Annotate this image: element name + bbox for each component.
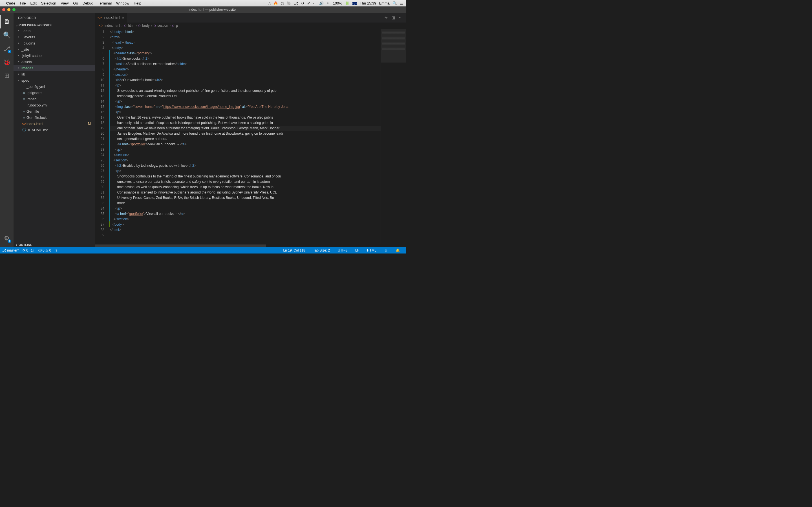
menu-view[interactable]: View bbox=[61, 1, 68, 5]
notifications-icon[interactable]: 🔔 bbox=[396, 248, 400, 252]
tab-index-html[interactable]: <> index.html × bbox=[95, 13, 127, 22]
search-icon[interactable]: 🔍 bbox=[0, 29, 13, 42]
code-line[interactable]: have only sold a handful of copies: such… bbox=[110, 120, 380, 126]
source-control-icon[interactable]: ⎇1 bbox=[0, 42, 13, 55]
code-line[interactable]: <h1>Snowbooks</h1> bbox=[110, 56, 380, 61]
code-line[interactable]: </section> bbox=[110, 152, 380, 158]
menu-window[interactable]: Window bbox=[116, 1, 129, 5]
outline-header[interactable]: › OUTLINE bbox=[13, 242, 95, 247]
clock-label[interactable]: Thu 15:39 bbox=[360, 1, 376, 5]
status-icon[interactable]: 🔥 bbox=[273, 1, 278, 5]
status-icon[interactable]: ⎇ bbox=[294, 1, 298, 5]
status-icon[interactable]: ⎍ bbox=[268, 1, 271, 5]
code-line[interactable]: one of them. And we have been a foundry … bbox=[110, 126, 380, 131]
file-Gemfile-lock[interactable]: ≡Gemfile.lock bbox=[13, 114, 95, 121]
code-line[interactable]: time-saving, as well as quality-enhancin… bbox=[110, 184, 380, 190]
menu-terminal[interactable]: Terminal bbox=[98, 1, 112, 5]
folder-_layouts[interactable]: ›_layouts bbox=[13, 34, 95, 40]
breadcrumb-item[interactable]: section bbox=[157, 24, 168, 27]
line-number-gutter[interactable]: 1234567891011121314151617181920212223242… bbox=[95, 29, 109, 244]
code-line[interactable]: </p> bbox=[110, 147, 380, 152]
code-line[interactable]: <img class="cover--home" src="https://ww… bbox=[110, 104, 380, 110]
file-Gemfile[interactable]: ≡Gemfile bbox=[13, 108, 95, 114]
git-branch-button[interactable]: ⎇ master* bbox=[2, 248, 18, 252]
compare-changes-icon[interactable]: ⇋ bbox=[385, 15, 388, 20]
code-line[interactable]: </section> bbox=[110, 217, 380, 222]
horizontal-scrollbar[interactable] bbox=[95, 244, 406, 247]
code-line[interactable]: <p> bbox=[110, 110, 380, 115]
status-icon[interactable]: ⤢ bbox=[307, 1, 310, 5]
code-line[interactable]: <h2>Enabled by technology, published wit… bbox=[110, 163, 380, 168]
code-line[interactable]: <head></head> bbox=[110, 40, 380, 45]
status-icon[interactable]: ▭ bbox=[313, 1, 316, 5]
code-line[interactable]: <a href="/portfolio/">View all our books… bbox=[110, 142, 380, 147]
cursor-position[interactable]: Ln 19, Col 118 bbox=[283, 248, 305, 252]
status-icon[interactable]: ◎ bbox=[281, 1, 284, 5]
live-share-icon[interactable]: ⇪ bbox=[55, 248, 58, 252]
folder-_data[interactable]: ›_data bbox=[13, 27, 95, 34]
code-line[interactable]: James Brogden, Matthew De Abaitua and mo… bbox=[110, 131, 380, 136]
folder-_site[interactable]: ›_site bbox=[13, 46, 95, 52]
code-line[interactable]: University Press, Canelo, Zed Books, RIB… bbox=[110, 195, 380, 201]
sync-button[interactable]: ⟳ 0↓ 1↑ bbox=[22, 248, 35, 252]
spotlight-icon[interactable]: 🔍 bbox=[393, 1, 397, 5]
menu-selection[interactable]: Selection bbox=[41, 1, 56, 5]
code-line[interactable]: Snowbooks is an award-winning independen… bbox=[110, 88, 380, 94]
code-line[interactable]: <section> bbox=[110, 72, 380, 77]
code-line[interactable]: <!doctype html> bbox=[110, 29, 380, 35]
file--rspec[interactable]: ≡.rspec bbox=[13, 96, 95, 102]
zoom-window-button[interactable] bbox=[12, 8, 15, 11]
code-line[interactable]: <p> bbox=[110, 83, 380, 88]
feedback-icon[interactable]: ☺ bbox=[384, 248, 388, 252]
extensions-icon[interactable]: ⊞ bbox=[0, 69, 13, 82]
wifi-icon[interactable]: ᯤ bbox=[326, 1, 330, 5]
code-line[interactable]: <h2>Our wonderful books</h2> bbox=[110, 77, 380, 83]
debug-icon[interactable]: 🐞 bbox=[0, 55, 13, 69]
more-actions-icon[interactable]: ⋯ bbox=[399, 15, 403, 20]
code-line[interactable]: <header class="primary"> bbox=[110, 51, 380, 56]
code-line[interactable] bbox=[110, 233, 380, 238]
folder-lib[interactable]: ›lib bbox=[13, 71, 95, 77]
code-line[interactable]: more. bbox=[110, 201, 380, 206]
code-line[interactable]: ourselves to ensure our data is rich, ac… bbox=[110, 179, 380, 184]
code-line[interactable]: </header> bbox=[110, 67, 380, 72]
file-README-md[interactable]: ⓘREADME.md bbox=[13, 127, 95, 133]
close-icon[interactable]: × bbox=[122, 15, 124, 20]
code-area[interactable]: <!doctype html><html> <head></head> <bod… bbox=[110, 29, 380, 244]
code-line[interactable]: <aside>Small publishers extraordinaire</… bbox=[110, 61, 380, 67]
code-line[interactable]: <html> bbox=[110, 35, 380, 40]
code-line[interactable]: <p> bbox=[110, 168, 380, 174]
file-index-html[interactable]: <>index.htmlM bbox=[13, 121, 95, 127]
minimap[interactable] bbox=[380, 29, 406, 244]
code-line[interactable]: <body> bbox=[110, 45, 380, 51]
menu-help[interactable]: Help bbox=[134, 1, 141, 5]
code-line[interactable]: Consonance is licensed to innovative pub… bbox=[110, 190, 380, 195]
breadcrumbs[interactable]: <> index.html › ◇ html › ◇ body › ◇ sect… bbox=[95, 22, 406, 29]
eol-button[interactable]: LF bbox=[355, 248, 359, 252]
breadcrumb-item[interactable]: index.html bbox=[105, 24, 120, 27]
explorer-icon[interactable]: 🗎 bbox=[0, 15, 13, 29]
settings-icon[interactable]: ⚙1 bbox=[0, 231, 13, 245]
code-line[interactable]: </p> bbox=[110, 206, 380, 211]
menu-edit[interactable]: Edit bbox=[30, 1, 36, 5]
folder--jekyll-cache[interactable]: ›.jekyll-cache bbox=[13, 52, 95, 59]
folder-assets[interactable]: ›assets bbox=[13, 59, 95, 65]
code-line[interactable]: Snowbooks contributes to the making of t… bbox=[110, 174, 380, 179]
project-header[interactable]: ⌄ PUBLISHER-WEBSITE bbox=[13, 22, 95, 27]
breadcrumb-item[interactable]: p bbox=[176, 24, 178, 27]
folder-_plugins[interactable]: ›_plugins bbox=[13, 40, 95, 46]
language-mode-button[interactable]: HTML bbox=[367, 248, 376, 252]
encoding-button[interactable]: UTF-8 bbox=[338, 248, 347, 252]
split-editor-icon[interactable]: ◫ bbox=[392, 15, 395, 20]
status-icon[interactable]: ↺ bbox=[301, 1, 304, 5]
problems-button[interactable]: ⓧ 0 ⚠ 0 bbox=[38, 248, 51, 253]
breadcrumb-item[interactable]: body bbox=[142, 24, 149, 27]
code-line[interactable]: next generation of genre authors. bbox=[110, 136, 380, 142]
battery-icon[interactable]: 🔋 bbox=[345, 1, 350, 5]
menu-app[interactable]: Code bbox=[6, 1, 15, 5]
file-_config-yml[interactable]: !_config.yml bbox=[13, 83, 95, 90]
code-line[interactable]: <section> bbox=[110, 158, 380, 163]
flag-icon[interactable] bbox=[352, 2, 357, 5]
menu-file[interactable]: File bbox=[20, 1, 26, 5]
code-line[interactable]: Over the last 16 years, we've published … bbox=[110, 115, 380, 120]
